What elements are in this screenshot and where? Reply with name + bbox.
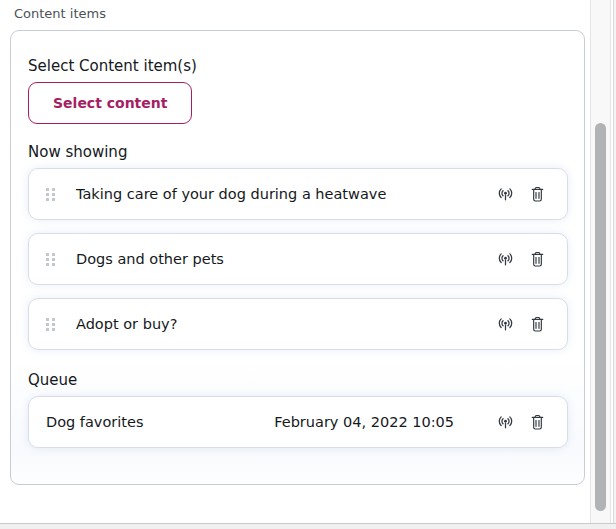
broadcast-icon[interactable] [496, 250, 514, 268]
broadcast-icon[interactable] [496, 413, 514, 431]
queue-item-row: Dog favorites February 04, 2022 10:05 [28, 396, 568, 448]
now-showing-item-row: Taking care of your dog during a heatwav… [28, 168, 568, 220]
trash-icon[interactable] [528, 413, 546, 431]
content-item-title: Adopt or buy? [76, 316, 177, 332]
broadcast-icon[interactable] [496, 185, 514, 203]
broadcast-icon[interactable] [496, 315, 514, 333]
trash-icon[interactable] [528, 250, 546, 268]
drag-handle-icon[interactable] [46, 188, 58, 201]
scrollbar-thumb[interactable] [595, 123, 606, 511]
window-bottom-edge [0, 523, 616, 529]
trash-icon[interactable] [528, 315, 546, 333]
content-item-title: Dogs and other pets [76, 251, 224, 267]
queue-item-title: Dog favorites [46, 414, 143, 430]
queue-label: Queue [28, 372, 567, 388]
trash-icon[interactable] [528, 185, 546, 203]
panel-title: Content items [14, 6, 106, 21]
select-content-label: Select Content item(s) [28, 58, 567, 74]
now-showing-item-row: Adopt or buy? [28, 298, 568, 350]
now-showing-label: Now showing [28, 144, 567, 160]
content-items-container: Select Content item(s) Select content No… [10, 30, 585, 485]
drag-handle-icon[interactable] [46, 253, 58, 266]
select-content-button[interactable]: Select content [28, 82, 192, 124]
queue-item-datetime: February 04, 2022 10:05 [274, 414, 454, 430]
content-item-title: Taking care of your dog during a heatwav… [76, 186, 386, 202]
drag-handle-icon[interactable] [46, 318, 58, 331]
now-showing-item-row: Dogs and other pets [28, 233, 568, 285]
content-items-panel: Content items Select Content item(s) Sel… [0, 0, 616, 529]
